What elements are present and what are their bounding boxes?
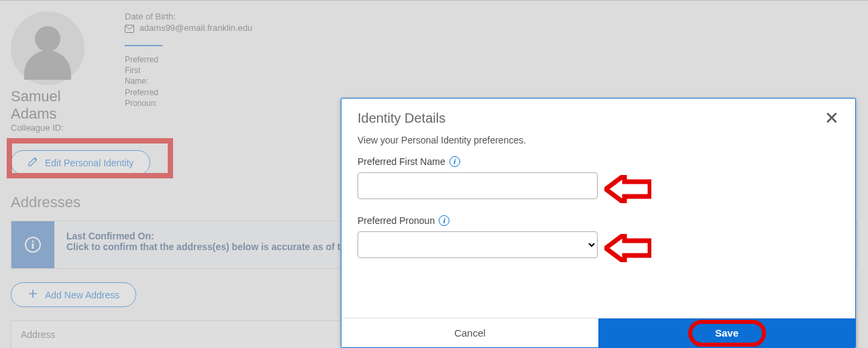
dialog-title: Identity Details — [358, 111, 445, 126]
annotation-arrow-icon — [604, 234, 651, 262]
close-icon[interactable]: ✕ — [824, 109, 839, 127]
save-button-label: Save — [715, 327, 739, 339]
preferred-first-name-field-label: Preferred First Name — [358, 156, 445, 167]
info-icon[interactable]: i — [439, 215, 449, 226]
save-button[interactable]: Save — [598, 318, 855, 347]
preferred-pronoun-field-label: Preferred Pronoun — [358, 215, 435, 226]
preferred-pronoun-select[interactable] — [358, 231, 598, 258]
dialog-subtext: View your Personal Identity preferences. — [358, 135, 839, 146]
preferred-first-name-input[interactable] — [358, 172, 598, 199]
cancel-button-label: Cancel — [454, 327, 486, 339]
annotation-arrow-icon — [604, 175, 651, 203]
identity-details-dialog: Identity Details ✕ View your Personal Id… — [341, 98, 856, 348]
info-icon[interactable]: i — [449, 156, 460, 167]
cancel-button[interactable]: Cancel — [341, 318, 598, 347]
